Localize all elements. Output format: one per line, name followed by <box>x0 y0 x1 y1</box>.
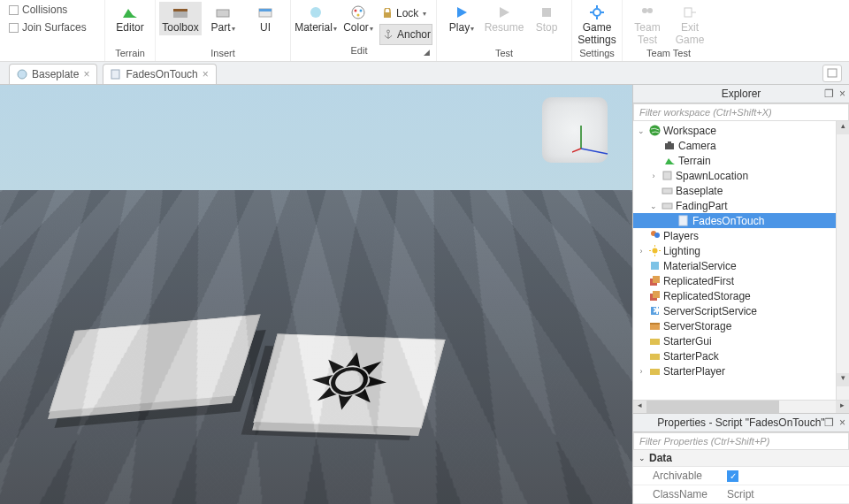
hscrollbar[interactable]: ◂▸ <box>633 400 849 413</box>
material-service-icon <box>648 260 661 272</box>
tree-node-replicatedfirst[interactable]: ReplicatedFirst <box>633 273 849 288</box>
material-button[interactable]: Material▾ <box>294 2 337 35</box>
explorer-header: Explorer ❐× <box>633 85 849 103</box>
chevron-right-icon[interactable]: › <box>649 172 658 180</box>
svg-rect-35 <box>668 141 671 144</box>
chevron-down-icon[interactable]: ⌄ <box>637 126 646 135</box>
gear-icon <box>589 4 605 21</box>
group-label-terrain: Terrain <box>115 48 145 61</box>
side-panels: Explorer ❐× ⌄Workspace Camera Terrain ›S… <box>632 85 849 504</box>
ui-button[interactable]: UI <box>244 2 287 35</box>
tab-baseplate[interactable]: Baseplate× <box>9 64 97 84</box>
tree-node-fadesontouch[interactable]: FadesOnTouch <box>633 213 849 228</box>
explorer-tree[interactable]: ⌄Workspace Camera Terrain ›SpawnLocation… <box>633 121 849 400</box>
svg-rect-40 <box>679 216 687 225</box>
part-icon <box>214 4 232 21</box>
svg-marker-0 <box>123 9 137 18</box>
mountain-icon <box>121 4 139 21</box>
checkbox-checked-icon[interactable]: ✓ <box>727 470 738 482</box>
axis-gizmo <box>572 122 616 157</box>
starter-player-icon <box>648 365 661 378</box>
svg-rect-59 <box>650 369 660 375</box>
tab-fadesontouch[interactable]: FadesOnTouch× <box>103 64 216 84</box>
editor-button[interactable]: Editor <box>109 2 151 35</box>
tree-node-workspace[interactable]: ⌄Workspace <box>633 123 849 138</box>
svg-marker-15 <box>500 7 509 18</box>
svg-rect-56 <box>650 323 660 325</box>
tab-overflow-button[interactable] <box>822 65 842 82</box>
tree-node-camera[interactable]: Camera <box>633 138 849 153</box>
category-data[interactable]: ⌄Data <box>633 450 849 467</box>
tree-node-materialservice[interactable]: MaterialService <box>633 258 849 273</box>
toolbox-icon <box>172 4 189 21</box>
tree-node-starterplayer[interactable]: ›StarterPlayer <box>633 363 849 378</box>
svg-rect-27 <box>111 70 119 79</box>
properties-filter-input[interactable] <box>633 432 849 450</box>
tree-node-fadingpart[interactable]: ⌄FadingPart <box>633 198 849 213</box>
tree-node-serverstorage[interactable]: ServerStorage <box>633 318 849 333</box>
svg-point-23 <box>647 8 653 13</box>
ribbon-group-insert: Toolbox Part▾ UI Insert <box>156 0 291 61</box>
group-label-edit: Edit <box>294 45 424 58</box>
toolbox-button[interactable]: Toolbox <box>159 2 202 35</box>
tree-node-startergui[interactable]: StarterGui <box>633 333 849 348</box>
explorer-filter-input[interactable] <box>633 103 849 121</box>
ribbon-toolbar: Collisions Join Surfaces Editor Terrain … <box>0 0 849 62</box>
part-button[interactable]: Part▾ <box>202 2 244 35</box>
color-icon <box>349 4 367 21</box>
svg-line-31 <box>581 149 608 154</box>
stop-button: Stop <box>525 2 568 35</box>
svg-point-33 <box>649 126 660 136</box>
lighting-icon <box>648 245 661 257</box>
part-with-decal[interactable] <box>253 333 445 428</box>
view-cube[interactable] <box>542 97 608 163</box>
close-icon[interactable]: × <box>83 68 89 80</box>
close-icon[interactable]: × <box>839 416 845 429</box>
tree-node-terrain[interactable]: Terrain <box>633 153 849 168</box>
undock-icon[interactable]: ❐ <box>824 88 834 100</box>
tree-node-lighting[interactable]: ›Lighting <box>633 243 849 258</box>
play-button[interactable]: Play▾ <box>440 2 483 35</box>
spawn-decal-icon <box>296 346 403 417</box>
part-icon <box>661 200 673 212</box>
team-test-icon <box>639 4 655 21</box>
lock-button[interactable]: Lock▾ <box>379 4 432 23</box>
vscrollbar[interactable]: ▴▾ <box>836 121 849 400</box>
tree-node-players[interactable]: Players <box>633 228 849 243</box>
tree-node-spawnlocation[interactable]: ›SpawnLocation <box>633 168 849 183</box>
prop-archivable[interactable]: Archivable✓ <box>633 467 849 485</box>
tree-node-replicatedstorage[interactable]: ReplicatedStorage <box>633 288 849 303</box>
undock-icon[interactable]: ❐ <box>824 416 834 429</box>
close-icon[interactable]: × <box>203 68 209 80</box>
server-storage-icon <box>648 320 661 332</box>
exit-game-button[interactable]: Exit Game <box>669 2 711 48</box>
svg-rect-34 <box>665 143 674 149</box>
svg-line-32 <box>572 149 581 156</box>
tree-node-baseplate[interactable]: Baseplate <box>633 183 849 198</box>
properties-panel: Properties - Script "FadesOnTouch" ❐× ⌄D… <box>633 413 849 504</box>
chevron-right-icon[interactable]: › <box>637 367 646 376</box>
anchor-button[interactable]: Anchor <box>379 24 432 45</box>
game-settings-button[interactable]: Game Settings <box>576 2 618 48</box>
svg-rect-2 <box>173 9 187 11</box>
close-icon[interactable]: × <box>839 88 845 100</box>
chevron-right-icon[interactable]: › <box>637 247 646 256</box>
collisions-checkbox[interactable]: Collisions <box>9 4 96 16</box>
lock-icon <box>382 4 393 22</box>
team-test-button[interactable]: Team Test <box>626 2 669 48</box>
ribbon-group-options: Collisions Join Surfaces <box>0 0 105 61</box>
viewport-3d[interactable] <box>0 85 632 504</box>
server-script-icon: ✱ <box>648 305 661 317</box>
color-button[interactable]: Color▾ <box>337 2 379 35</box>
stop-icon <box>540 4 553 21</box>
tree-node-serverscriptservice[interactable]: ✱ServerScriptService <box>633 303 849 318</box>
replicated-storage-icon <box>648 290 661 302</box>
join-surfaces-checkbox[interactable]: Join Surfaces <box>9 21 96 34</box>
script-icon <box>677 215 690 227</box>
properties-header: Properties - Script "FadesOnTouch" ❐× <box>633 414 849 432</box>
chevron-down-icon[interactable]: ⌄ <box>649 202 658 210</box>
edit-dialog-launcher[interactable]: ◢ <box>424 48 432 58</box>
part-plain[interactable] <box>49 315 260 413</box>
prop-classname: ClassNameScript <box>633 485 849 504</box>
tree-node-starterpack[interactable]: StarterPack <box>633 348 849 363</box>
